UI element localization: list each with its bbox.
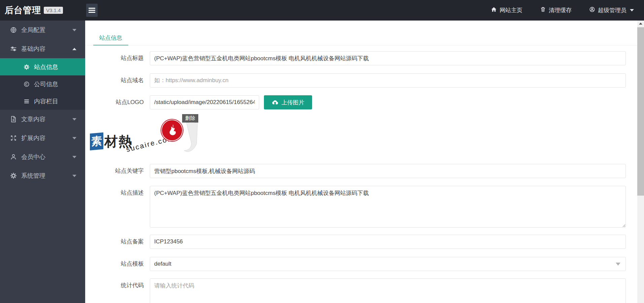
- site-description-label: 站点描述: [93, 186, 144, 200]
- sidebar-item-label: 扩展内容: [21, 134, 45, 142]
- site-domain-label: 站点域名: [93, 73, 144, 88]
- topnav: 网站主页 清理缓存 超级管理员: [491, 0, 634, 21]
- sidebar-item-site-info[interactable]: 站点信息: [0, 58, 85, 75]
- form-row-site-domain: 站点域名: [93, 73, 626, 88]
- person-icon: [10, 154, 17, 160]
- tab-site-info[interactable]: 站点信息: [93, 31, 128, 45]
- sidebar-item-label: 全局配置: [21, 26, 45, 34]
- file-icon: [10, 116, 17, 123]
- brand: 后台管理 V3.1.4: [5, 0, 63, 21]
- trash-icon: [540, 6, 546, 14]
- chevron-down-icon: [72, 29, 76, 31]
- sliders-icon: [10, 45, 17, 52]
- main-content: 站点信息 站点标题 站点域名 站点LOGO 上传图片 删除 素 材熱 su: [85, 21, 637, 303]
- form-row-site-description: 站点描述 (PC+WAP)蓝色营销型五金机电类网站pbootcms模板 电机风机…: [93, 186, 626, 229]
- version-badge: V3.1.4: [44, 7, 63, 14]
- site-logo-input[interactable]: [150, 95, 259, 109]
- chevron-up-icon: [72, 48, 76, 50]
- topnav-site-home[interactable]: 网站主页: [491, 6, 522, 14]
- sidebar-item-label: 公司信息: [34, 80, 58, 88]
- site-title-label: 站点标题: [93, 51, 144, 65]
- topnav-label: 清理缓存: [549, 6, 572, 14]
- sidebar: 全局配置 基础内容 站点信息 公司信息: [0, 21, 85, 303]
- site-description-textarea[interactable]: (PC+WAP)蓝色营销型五金机电类网站pbootcms模板 电机风机机械设备网…: [150, 186, 626, 228]
- cloud-upload-icon: [272, 99, 278, 106]
- site-keywords-label: 站点关键字: [93, 164, 144, 178]
- sidebar-item-label: 系统管理: [21, 172, 45, 180]
- site-icp-input[interactable]: [150, 235, 626, 249]
- gear-icon: [10, 172, 17, 179]
- home-icon: [491, 6, 497, 14]
- watermark-blue-box: 素: [90, 132, 103, 150]
- sidebar-item-content-columns[interactable]: 内容栏目: [0, 93, 85, 110]
- form-row-site-logo: 站点LOGO 上传图片: [93, 95, 626, 109]
- topbar: 后台管理 V3.1.4 网站主页 清理缓存 超级管理员: [0, 0, 644, 21]
- sidebar-item-label: 站点信息: [34, 63, 58, 71]
- scrollbar-up-button[interactable]: [637, 21, 644, 27]
- site-template-value: default: [154, 261, 171, 267]
- form-row-site-template: 站点模板 default: [93, 257, 626, 271]
- sidebar-item-label: 内容栏目: [34, 97, 58, 105]
- sidebar-item-article-content[interactable]: 文章内容: [0, 110, 85, 129]
- site-template-label: 站点模板: [93, 257, 144, 271]
- globe-icon: [10, 27, 17, 33]
- chevron-down-icon: [630, 9, 634, 11]
- sidebar-item-basic-content[interactable]: 基础内容: [0, 39, 85, 58]
- chevron-down-icon: [72, 118, 76, 121]
- site-keywords-input[interactable]: [150, 164, 626, 178]
- user-circle-icon: [589, 6, 595, 14]
- form-row-site-keywords: 站点关键字: [93, 164, 626, 178]
- sidebar-item-extended-content[interactable]: 扩展内容: [0, 129, 85, 147]
- sidebar-item-system-management[interactable]: 系统管理: [0, 166, 85, 185]
- chevron-down-icon: [72, 156, 76, 158]
- list-icon: [24, 98, 30, 104]
- topnav-clear-cache[interactable]: 清理缓存: [540, 6, 572, 14]
- menu-toggle-button[interactable]: [86, 4, 98, 17]
- upload-image-label: 上传图片: [281, 99, 304, 106]
- upload-image-button[interactable]: 上传图片: [264, 95, 312, 109]
- app-title: 后台管理: [5, 4, 41, 16]
- sidebar-item-label: 文章内容: [21, 115, 45, 123]
- vertical-scrollbar: [637, 21, 644, 303]
- scrollbar-thumb[interactable]: [637, 27, 644, 196]
- form-row-site-icp: 站点备案: [93, 235, 626, 249]
- sidebar-item-member-center[interactable]: 会员中心: [0, 147, 85, 166]
- site-logo-label: 站点LOGO: [93, 95, 144, 109]
- ribbon-graphic: [183, 122, 199, 156]
- admin-page: 后台管理 V3.1.4 网站主页 清理缓存 超级管理员: [0, 0, 644, 303]
- sidebar-item-label: 基础内容: [21, 45, 45, 53]
- site-domain-input[interactable]: [150, 73, 626, 88]
- chevron-down-icon: [72, 175, 76, 177]
- form-row-stats-code: 统计代码: [93, 278, 626, 303]
- sidebar-item-global-config[interactable]: 全局配置: [0, 21, 85, 39]
- form-row-site-title: 站点标题: [93, 51, 626, 65]
- chevron-down-icon: [616, 263, 620, 266]
- sidebar-item-company-info[interactable]: 公司信息: [0, 75, 85, 93]
- site-icp-label: 站点备案: [93, 235, 144, 249]
- site-template-select[interactable]: default: [150, 257, 626, 271]
- stats-code-label: 统计代码: [93, 278, 144, 293]
- tab-bar: 站点信息: [85, 21, 637, 45]
- sidebar-item-label: 会员中心: [21, 153, 45, 161]
- copyright-icon: [24, 81, 30, 87]
- expand-icon: [10, 135, 17, 141]
- delete-image-button[interactable]: 删除: [182, 114, 198, 123]
- topnav-label: 超级管理员: [598, 6, 626, 14]
- flame-logo-icon: [161, 120, 183, 141]
- topnav-account[interactable]: 超级管理员: [589, 6, 634, 14]
- chevron-down-icon: [72, 137, 76, 139]
- gear-icon: [24, 64, 30, 70]
- topnav-label: 网站主页: [500, 6, 522, 14]
- site-title-input[interactable]: [150, 51, 626, 65]
- stats-code-textarea[interactable]: [150, 278, 626, 303]
- logo-preview-image: 删除 素 材熱 sucaire.com: [90, 114, 198, 155]
- sidebar-submenu: 站点信息 公司信息 内容栏目: [0, 58, 85, 110]
